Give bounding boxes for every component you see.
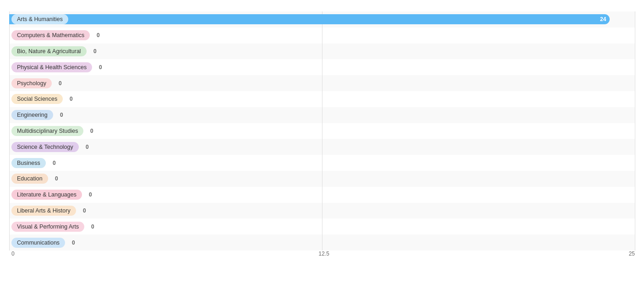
bar-value-label: 0 [55,175,58,182]
bar-row: Physical & Health Sciences0 [9,59,635,75]
bar-row: Business0 [9,155,635,171]
bar-value-label: 0 [60,112,63,118]
bar-row: Multidisciplinary Studies0 [9,123,635,139]
bar-value-label: 0 [89,191,92,198]
bar-value-label: 0 [93,48,97,55]
bar-value-label: 24 [600,16,606,22]
bar-pill: Bio, Nature & Agricultural [11,46,87,56]
bar-value-label: 0 [97,32,100,38]
bar-pill: Communications [11,238,65,248]
bar-value-label: 0 [91,224,94,230]
bar-pill: Visual & Performing Arts [11,222,84,232]
bar-value-label: 0 [72,240,75,246]
bar-value-label: 0 [53,160,56,166]
bar-row: Science & Technology0 [9,139,635,155]
bar-row: Psychology0 [9,75,635,91]
bar-row: Computers & Mathematics0 [9,27,635,44]
x-axis: 0 12.5 25 [11,251,635,260]
bar-value-label: 0 [83,207,86,214]
bar-row: Education0 [9,171,635,187]
bar-pill: Social Sciences [11,94,63,104]
bar-value-label: 0 [90,128,93,134]
x-tick-0: 0 [11,251,15,257]
bar-fill: 24 [9,14,610,24]
bars-area: Arts & Humanities24Computers & Mathemati… [9,11,635,260]
chart-container: Arts & Humanities24Computers & Mathemati… [0,0,644,289]
bar-row: Visual & Performing Arts0 [9,218,635,234]
bar-value-label: 0 [86,144,89,150]
bar-row: Liberal Arts & History0 [9,203,635,219]
bar-row: Arts & Humanities24 [9,11,635,27]
bar-pill: Psychology [11,78,52,88]
bar-row: Social Sciences0 [9,91,635,107]
bar-row: Bio, Nature & Agricultural0 [9,44,635,60]
bar-pill: Liberal Arts & History [11,206,76,216]
bar-row: Literature & Languages0 [9,187,635,203]
bar-pill: Computers & Mathematics [11,30,90,40]
bar-pill: Literature & Languages [11,190,82,200]
bar-pill: Physical & Health Sciences [11,62,92,72]
bar-pill: Education [11,174,48,184]
bar-row: Communications0 [9,234,635,251]
bar-pill: Science & Technology [11,142,79,152]
bar-pill: Multidisciplinary Studies [11,126,83,136]
x-tick-25: 25 [629,251,635,257]
bar-pill: Business [11,158,46,168]
bar-value-label: 0 [70,96,73,102]
bar-value-label: 0 [59,80,62,87]
bar-value-label: 0 [99,64,102,71]
bar-pill: Engineering [11,110,53,120]
bar-pill: Arts & Humanities [11,14,68,24]
x-tick-12: 12.5 [319,251,329,257]
bar-row: Engineering0 [9,107,635,123]
